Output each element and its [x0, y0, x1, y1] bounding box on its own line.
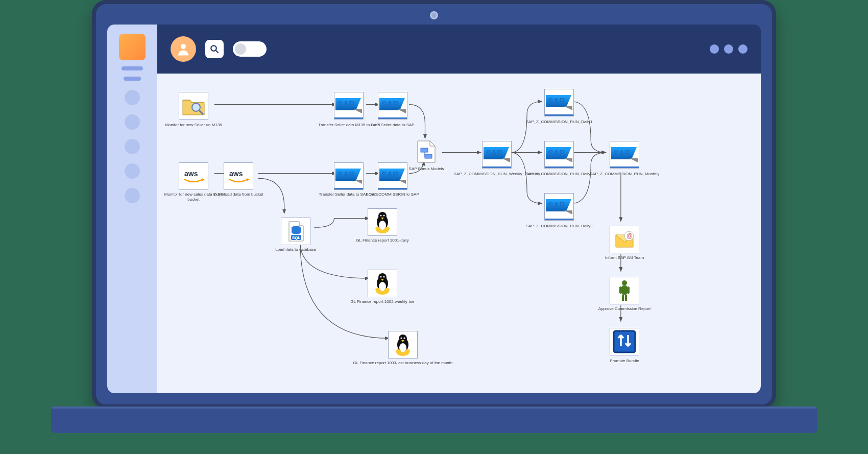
node-promote[interactable] — [610, 328, 639, 355]
workflow-canvas[interactable]: Monitor for new Seller on M135 Monitor f… — [157, 74, 761, 393]
dot-icon — [724, 44, 733, 54]
node-gl-1002[interactable] — [368, 270, 397, 297]
sidebar-line — [124, 77, 141, 81]
node-daily2[interactable] — [544, 141, 574, 169]
sidebar-item[interactable] — [125, 114, 140, 130]
camera-icon — [430, 11, 438, 19]
toggle-switch[interactable] — [233, 41, 267, 57]
node-label: SAP_Z_COMMISSION_RUN_Daily3 — [518, 224, 600, 229]
node-label: SAP_Z_COMMISSION_RUN_Monthly — [581, 172, 668, 177]
window-dots — [710, 44, 748, 54]
node-gl-1001[interactable] — [368, 208, 397, 236]
svg-point-33 — [211, 45, 216, 51]
node-daily1[interactable] — [544, 89, 574, 116]
svg-line-34 — [215, 50, 218, 53]
sidebar-item[interactable] — [125, 139, 140, 154]
topbar — [157, 25, 761, 74]
node-daily3[interactable] — [544, 193, 574, 221]
sidebar — [107, 25, 157, 393]
node-approve[interactable] — [610, 277, 639, 304]
node-transfer-trans[interactable] — [334, 162, 364, 190]
sidebar-item[interactable] — [125, 188, 140, 203]
node-label: GL Finance report 1002-weekly-tue — [339, 299, 426, 304]
app-logo-icon[interactable] — [119, 34, 146, 60]
laptop-base — [51, 409, 817, 433]
dot-icon — [710, 44, 719, 54]
avatar-icon[interactable] — [171, 36, 196, 62]
laptop-frame: Monitor for new Seller on M135 Monitor f… — [92, 0, 776, 439]
node-label: GL Finance report 1001-daily — [344, 238, 421, 243]
node-monitor-m135[interactable] — [179, 92, 208, 120]
node-label: GL Finance report 1003-last business day… — [342, 361, 464, 366]
node-label: SAP Bonus Models — [393, 166, 460, 172]
node-label: SAP_Z_COMMISSION_RUN_Daily1 — [518, 120, 600, 125]
node-label: LOAD COMMISSION to SAP — [359, 192, 426, 197]
node-label: Load data to database — [262, 247, 329, 252]
sidebar-line — [122, 66, 143, 70]
node-label: Promote Bundle — [591, 359, 658, 364]
node-download-bucket[interactable] — [224, 162, 253, 190]
node-label: Load Seller data to SAP — [359, 123, 426, 128]
sidebar-item[interactable] — [125, 90, 140, 105]
node-transfer-m135[interactable] — [334, 92, 364, 120]
node-gl-1003[interactable] — [388, 331, 418, 359]
node-load-db[interactable] — [281, 218, 310, 245]
node-monitor-s3[interactable] — [179, 162, 208, 190]
node-label: Approve Commission Report — [591, 306, 658, 312]
node-label: Inform SAP AM Team — [591, 255, 658, 260]
search-button[interactable] — [205, 40, 224, 58]
sidebar-item[interactable] — [125, 163, 140, 179]
node-load-seller[interactable] — [378, 92, 407, 120]
node-sap-bonus[interactable] — [412, 139, 441, 165]
node-label: Monitor for new Seller on M135 — [160, 123, 227, 128]
node-weekly-tuesday[interactable] — [482, 141, 512, 169]
svg-point-32 — [181, 44, 186, 49]
dot-icon — [738, 44, 748, 54]
node-monthly[interactable] — [610, 141, 639, 169]
app-window: Monitor for new Seller on M135 Monitor f… — [107, 25, 761, 393]
screen-bezel: Monitor for new Seller on M135 Monitor f… — [92, 0, 776, 409]
node-inform[interactable] — [610, 226, 639, 253]
node-label: Download data from bucket — [205, 192, 272, 197]
